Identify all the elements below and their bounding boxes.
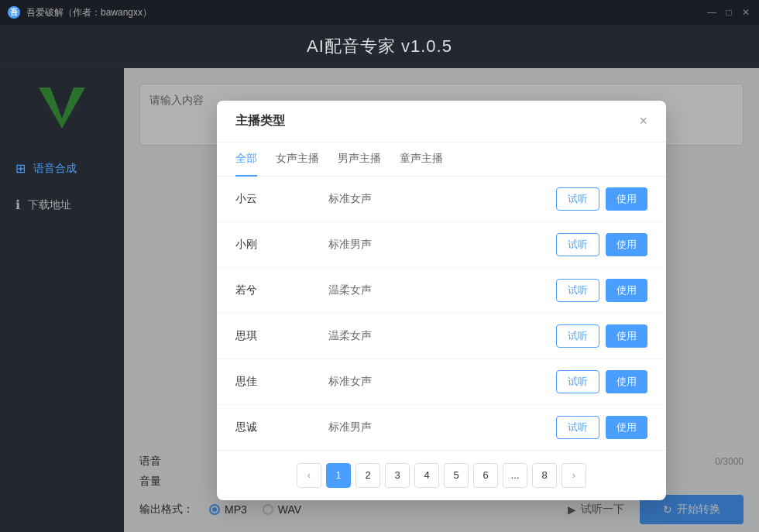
listen-voice-button[interactable]: 试听: [556, 324, 599, 348]
listen-voice-button[interactable]: 试听: [556, 233, 599, 256]
table-row: 思佳 标准女声 试听 使用: [217, 359, 666, 405]
window-controls: — □ ✕: [706, 7, 751, 18]
sidebar-item-download[interactable]: ℹ 下载地址: [0, 190, 124, 220]
svg-marker-0: [39, 88, 85, 129]
listen-voice-button[interactable]: 试听: [556, 370, 599, 393]
grid-icon: ⊞: [15, 161, 26, 176]
main-layout: ⊞ 语音合成 ℹ 下载地址 语音 0/3000 音量 输出格式：: [0, 68, 759, 532]
table-row: 若兮 温柔女声 试听 使用: [217, 268, 666, 314]
voice-name: 思琪: [235, 329, 328, 343]
sidebar: ⊞ 语音合成 ℹ 下载地址: [0, 68, 124, 532]
voice-name: 小云: [235, 192, 328, 206]
voice-type: 标准男声: [328, 238, 556, 252]
use-voice-button[interactable]: 使用: [606, 324, 647, 348]
voice-actions: 试听 使用: [556, 233, 647, 256]
next-page-button[interactable]: ›: [562, 463, 586, 488]
voice-name: 若兮: [235, 283, 328, 297]
listen-voice-button[interactable]: 试听: [556, 416, 599, 439]
voice-actions: 试听 使用: [556, 279, 647, 302]
table-row: 思诚 标准男声 试听 使用: [217, 405, 666, 450]
voice-name: 小刚: [235, 238, 328, 252]
pagination: ‹ 123456...8›: [217, 450, 666, 500]
page-3-button[interactable]: 3: [385, 463, 410, 488]
modal-tabs: 全部 女声主播 男声主播 童声主播: [217, 142, 666, 177]
page-8-button[interactable]: 8: [532, 463, 557, 488]
page-1-button[interactable]: 1: [326, 463, 351, 488]
voice-type: 标准女声: [328, 192, 556, 206]
modal-header: 主播类型 ×: [217, 101, 666, 142]
table-row: 小云 标准女声 试听 使用: [217, 177, 666, 222]
listen-voice-button[interactable]: 试听: [556, 187, 599, 211]
modal-title: 主播类型: [235, 113, 285, 129]
page-6-button[interactable]: 6: [473, 463, 498, 488]
sidebar-item-voice-synthesis[interactable]: ⊞ 语音合成: [0, 153, 124, 184]
minimize-button[interactable]: —: [706, 7, 717, 18]
app-icon: 吾: [8, 6, 20, 19]
tab-female[interactable]: 女声主播: [276, 142, 319, 177]
page-ellipsis: ...: [503, 463, 527, 488]
titlebar-title: 吾爱破解（作者：bawangxx）: [26, 6, 152, 19]
voice-type: 标准女声: [328, 375, 556, 389]
use-voice-button[interactable]: 使用: [606, 187, 647, 211]
voice-type: 标准男声: [328, 420, 556, 434]
app-header: AI配音专家 v1.0.5: [0, 25, 759, 68]
sidebar-item-voice-label: 语音合成: [33, 162, 77, 176]
listen-voice-button[interactable]: 试听: [556, 279, 599, 302]
app-title: AI配音专家 v1.0.5: [307, 35, 452, 58]
table-row: 思琪 温柔女声 试听 使用: [217, 314, 666, 359]
voice-table: 小云 标准女声 试听 使用 小刚 标准男声 试听 使用 若兮 温柔女声 试听 使…: [217, 177, 666, 450]
voice-type: 温柔女声: [328, 329, 556, 343]
voice-type: 温柔女声: [328, 283, 556, 297]
tab-male[interactable]: 男声主播: [338, 142, 381, 177]
use-voice-button[interactable]: 使用: [606, 279, 647, 302]
sidebar-nav: ⊞ 语音合成 ℹ 下载地址: [0, 153, 124, 220]
info-icon: ℹ: [15, 197, 20, 212]
voice-actions: 试听 使用: [556, 416, 647, 439]
voice-actions: 试听 使用: [556, 370, 647, 393]
table-row: 小刚 标准男声 试听 使用: [217, 222, 666, 268]
voice-actions: 试听 使用: [556, 187, 647, 211]
use-voice-button[interactable]: 使用: [606, 233, 647, 256]
tab-all[interactable]: 全部: [235, 142, 257, 177]
voice-actions: 试听 使用: [556, 324, 647, 348]
voice-name: 思佳: [235, 375, 328, 389]
logo-icon: [35, 84, 89, 130]
page-2-button[interactable]: 2: [355, 463, 380, 488]
sidebar-item-download-label: 下载地址: [28, 198, 71, 212]
content-area: 语音 0/3000 音量 输出格式： MP3 WAV ▶ 试听一下: [124, 68, 759, 532]
prev-page-button[interactable]: ‹: [297, 463, 321, 488]
page-5-button[interactable]: 5: [444, 463, 469, 488]
maximize-button[interactable]: □: [723, 7, 734, 18]
close-button[interactable]: ✕: [740, 7, 751, 18]
logo-area: [0, 84, 124, 130]
modal-close-button[interactable]: ×: [639, 114, 647, 128]
titlebar: 吾 吾爱破解（作者：bawangxx） — □ ✕: [0, 0, 759, 25]
use-voice-button[interactable]: 使用: [606, 370, 647, 393]
page-4-button[interactable]: 4: [414, 463, 439, 488]
voice-name: 思诚: [235, 420, 328, 434]
modal-overlay: 主播类型 × 全部 女声主播 男声主播 童声主播: [124, 68, 759, 532]
voice-type-modal: 主播类型 × 全部 女声主播 男声主播 童声主播: [217, 101, 666, 500]
tab-child[interactable]: 童声主播: [400, 142, 443, 177]
use-voice-button[interactable]: 使用: [606, 416, 647, 439]
